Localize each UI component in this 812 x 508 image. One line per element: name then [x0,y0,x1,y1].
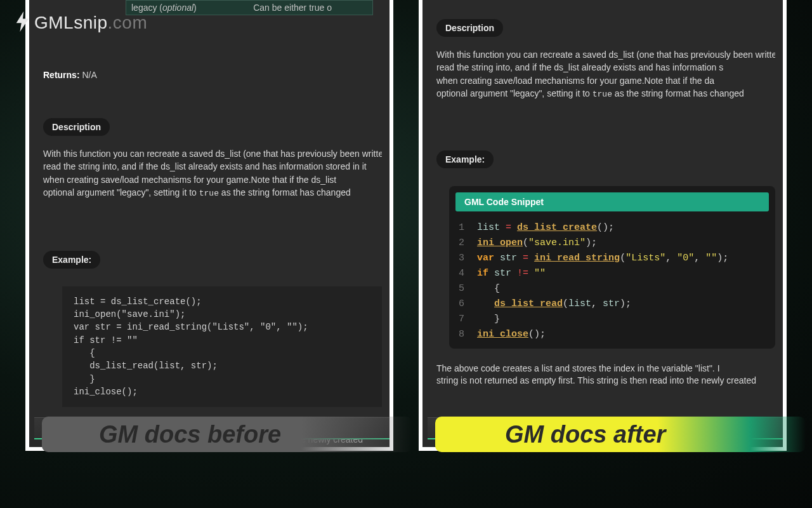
line-number: 4 [455,266,477,281]
line-number: 6 [455,297,477,312]
code-line: 6 ds_list_read(list, str); [455,297,769,312]
code-line: 1list = ds_list_create(); [455,220,769,236]
docs-panel-before: legacy (optional) Can be either true o R… [25,0,393,451]
caption-before: GM docs before [42,417,412,452]
example-heading: Example: [43,251,100,269]
code-line: 8ini_close(); [455,327,769,342]
example-explanation: The above code creates a list and stores… [436,363,775,387]
code-content: if str != "" [477,266,769,281]
line-number: 3 [455,251,477,266]
lightning-icon [14,11,32,34]
returns-line: Returns: N/A [43,70,382,80]
example-heading: Example: [436,150,494,168]
line-number: 5 [455,281,477,297]
line-number: 7 [455,312,477,327]
code-line: 2ini_open("save.ini"); [455,236,769,251]
code-line: 4if str != "" [455,266,769,281]
description-text: With this function you can recreate a sa… [43,147,382,200]
code-line: 7 } [455,312,769,327]
code-line: 5 { [455,281,769,297]
code-content: } [477,312,769,327]
site-logo[interactable]: GMLsnip.com [14,11,147,34]
line-number: 1 [455,220,477,236]
code-content: list = ds_list_create(); [477,220,769,236]
code-content: ds_list_read(list, str); [477,297,769,312]
line-number: 2 [455,236,477,251]
description-heading: Description [436,19,503,37]
code-content: ini_open("save.ini"); [477,236,769,251]
code-content: { [477,281,769,297]
code-content: var str = ini_read_string("Lists", "0", … [477,251,769,266]
caption-after: GM docs after [435,417,806,452]
docs-panel-after: Description With this function you can r… [419,0,787,451]
description-heading: Description [43,118,110,136]
code-snippet-header: GML Code Snippet [455,192,769,211]
code-block-plain: list = ds_list_create(); ini_open("save.… [62,286,382,407]
logo-text: GMLsnip.com [34,13,147,33]
argument-row: legacy (optional) Can be either true o [126,0,373,15]
code-block-highlighted: GML Code Snippet 1list = ds_list_create(… [449,186,775,349]
code-line: 3var str = ini_read_string("Lists", "0",… [455,251,769,266]
description-text: With this function you can recreate a sa… [436,48,775,101]
line-number: 8 [455,327,477,342]
code-content: ini_close(); [477,327,769,342]
